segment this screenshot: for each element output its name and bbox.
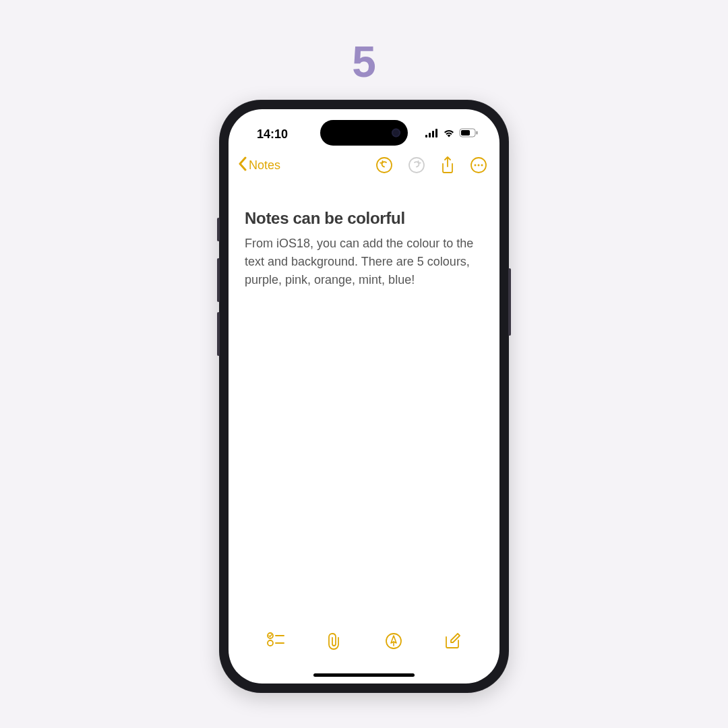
markup-button[interactable]: [377, 632, 411, 650]
chevron-left-icon: [238, 156, 247, 175]
home-indicator[interactable]: [313, 673, 415, 677]
checklist-button[interactable]: [259, 632, 293, 647]
svg-rect-3: [435, 129, 437, 138]
attachment-button[interactable]: [317, 632, 351, 650]
back-label: Notes: [249, 158, 280, 173]
nav-bar: Notes: [229, 147, 499, 181]
volume-up-button: [217, 258, 220, 302]
silence-switch: [217, 218, 220, 241]
svg-point-8: [409, 158, 424, 173]
note-body[interactable]: From iOS18, you can add the colour to th…: [245, 235, 483, 289]
battery-icon: [459, 128, 478, 140]
more-button[interactable]: [470, 156, 487, 174]
nav-actions: [375, 156, 487, 175]
svg-rect-6: [477, 131, 478, 135]
svg-point-10: [475, 164, 477, 166]
phone-screen: 14:10: [229, 109, 499, 684]
dynamic-island: [320, 120, 408, 146]
svg-point-12: [481, 164, 483, 166]
status-time: 14:10: [257, 127, 288, 142]
note-title[interactable]: Notes can be colorful: [245, 209, 483, 228]
svg-rect-1: [429, 133, 431, 138]
phone-frame: 14:10: [219, 100, 509, 693]
cellular-signal-icon: [425, 128, 439, 140]
compose-button[interactable]: [435, 632, 469, 650]
slide-number: 5: [352, 37, 376, 87]
svg-point-15: [268, 640, 273, 646]
back-button[interactable]: Notes: [238, 156, 280, 175]
front-camera: [392, 129, 400, 138]
wifi-icon: [443, 128, 455, 140]
svg-rect-5: [461, 130, 470, 135]
svg-rect-0: [425, 135, 427, 138]
status-indicators: [425, 128, 478, 140]
svg-rect-2: [432, 131, 434, 138]
redo-button[interactable]: [408, 156, 425, 174]
volume-down-button: [217, 312, 220, 356]
svg-point-7: [377, 158, 392, 173]
svg-point-11: [478, 164, 480, 166]
power-button: [508, 268, 511, 336]
undo-button[interactable]: [375, 156, 393, 174]
note-content[interactable]: Notes can be colorful From iOS18, you ca…: [229, 181, 499, 289]
share-button[interactable]: [440, 156, 455, 175]
